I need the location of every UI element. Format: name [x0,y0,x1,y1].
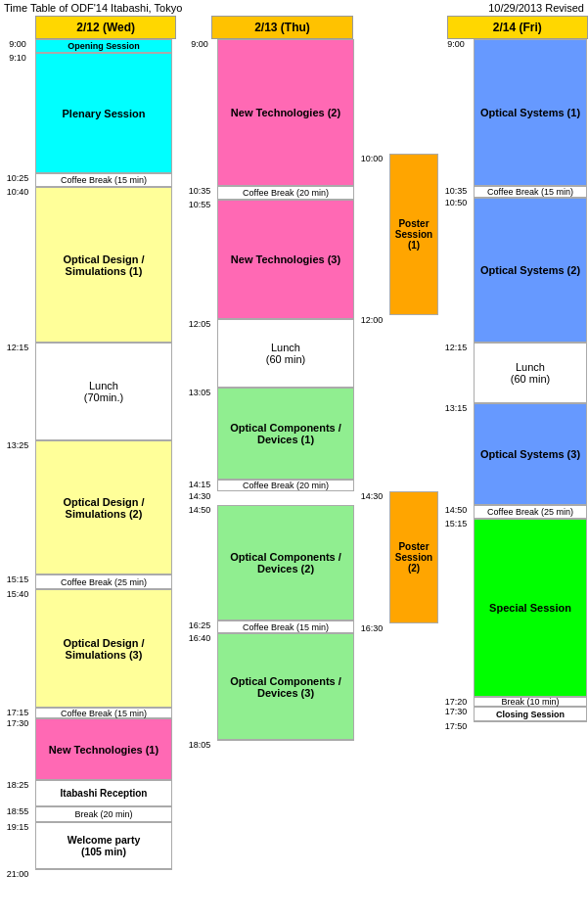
time-15-40: 15:40 [0,589,35,599]
itabashi-reception: Itabashi Reception [35,780,172,806]
time-10-35-fri: 10:35 [438,186,474,196]
time-18-55: 18:55 [0,806,35,816]
time-14-30-poster: 14:30 [354,491,389,501]
time-10-25: 10:25 [0,173,35,183]
time-21-00: 21:00 [0,869,35,879]
time-14-30-thu: 14:30 [182,491,217,501]
time-14-50-thu: 14:50 [182,505,217,515]
header-title: Time Table of ODF'14 Itabashi, Tokyo [4,2,182,14]
new-tech-1-wed: New Technologies (1) [35,718,172,780]
lunch-thu: Lunch(60 min) [217,319,354,388]
new-tech-3-thu: New Technologies (3) [217,200,354,319]
time-16-30-poster: 16:30 [354,623,389,633]
wed-bottom-line [35,869,172,870]
special-session-fri: Special Session [474,519,587,697]
time-12-15: 12:15 [0,343,35,352]
time-17-15: 17:15 [0,708,35,717]
header-revised: 10/29/2013 Revised [488,2,584,14]
lunch-fri: Lunch(60 min) [474,343,587,403]
opt-comp-2-thu: Optical Components /Devices (2) [217,505,354,620]
time-12-05-thu: 12:05 [182,319,217,329]
time-13-05-thu: 13:05 [182,388,217,397]
time-13-25: 13:25 [0,440,35,450]
welcome-party: Welcome party(105 min) [35,822,172,869]
time-15-15-fri: 15:15 [438,519,474,528]
header: Time Table of ODF'14 Itabashi, Tokyo 10/… [0,0,588,16]
opt-comp-1-thu: Optical Components /Devices (1) [217,388,354,480]
coffee-break-wed-2: Coffee Break (25 min) [35,574,172,589]
time-16-25-thu: 16:25 [182,620,217,630]
col-header-thu: 2/13 (Thu) [211,16,352,39]
closing-session-fri: Closing Session [474,707,587,721]
time-9-00-fri: 9:00 [438,39,474,49]
thu-bottom-line [217,740,354,741]
opt-comp-3-thu: Optical Components /Devices (3) [217,633,354,740]
optical-design-1-wed: Optical Design /Simulations (1) [35,187,172,343]
page-wrapper: Time Table of ODF'14 Itabashi, Tokyo 10/… [0,0,588,881]
time-17-50-fri: 17:50 [438,721,474,731]
optical-design-2-wed: Optical Design /Simulations (2) [35,440,172,574]
time-10-55-thu: 10:55 [182,200,217,209]
time-18-05-thu: 18:05 [182,740,217,750]
time-9-00-wed: 9:00 [0,39,35,49]
coffee-break-thu-1: Coffee Break (20 min) [217,186,354,200]
new-tech-2-thu: New Technologies (2) [217,39,354,186]
coffee-break-wed-1: Coffee Break (15 min) [35,173,172,187]
time-10-40: 10:40 [0,187,35,197]
time-9-10: 9:10 [0,53,35,63]
time-17-30: 17:30 [0,718,35,728]
poster-session-2: PosterSession(2) [389,491,438,623]
coffee-break-wed-3: Coffee Break (15 min) [35,708,172,718]
plenary-session-block: Plenary Session [35,53,172,173]
opening-session-block: Opening Session [35,39,172,53]
time-10-50-fri: 10:50 [438,198,474,207]
time-17-30-fri: 17:30 [438,707,474,716]
coffee-break-thu-3: Coffee Break (15 min) [217,620,354,633]
fri-bottom-line [474,721,587,722]
time-12-00-poster: 12:00 [354,315,389,325]
break-wed: Break (20 min) [35,806,172,822]
time-14-15-thu: 14:15 [182,480,217,489]
col-headers: 2/12 (Wed) 2/13 (Thu) 2/14 (Fri) [0,16,588,39]
time-10-35-thu: 10:35 [182,186,217,196]
col-header-wed: 2/12 (Wed) [35,16,176,39]
coffee-break-thu-2: Coffee Break (20 min) [217,480,354,491]
time-10-00-poster: 10:00 [354,154,389,163]
lunch-wed: Lunch(70min.) [35,343,172,440]
break-fri: Break (10 min) [474,697,587,707]
optical-systems-1-fri: Optical Systems (1) [474,39,587,186]
time-17-20-fri: 17:20 [438,697,474,707]
poster-session-1: PosterSession(1) [389,154,438,315]
coffee-break-fri-2: Coffee Break (25 min) [474,505,587,519]
time-16-40-thu: 16:40 [182,633,217,643]
time-14-50-fri: 14:50 [438,505,474,515]
schedule-area: 9:00 9:10 10:25 10:40 12:15 13:25 15:15 … [0,39,588,881]
col-header-fri: 2/14 (Fri) [447,16,588,39]
optical-systems-3-fri: Optical Systems (3) [474,403,587,505]
time-12-15-fri: 12:15 [438,343,474,352]
time-18-25: 18:25 [0,780,35,790]
time-13-15-fri: 13:15 [438,403,474,413]
optical-systems-2-fri: Optical Systems (2) [474,198,587,343]
optical-design-3-wed: Optical Design /Simulations (3) [35,589,172,708]
time-9-00-thu: 9:00 [182,39,217,49]
time-15-15: 15:15 [0,574,35,584]
coffee-break-fri-1: Coffee Break (15 min) [474,186,587,198]
time-19-15: 19:15 [0,822,35,832]
